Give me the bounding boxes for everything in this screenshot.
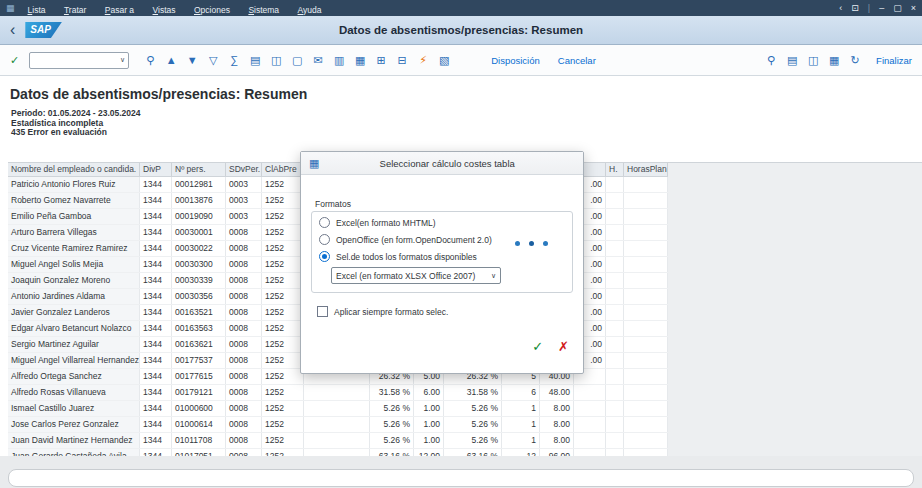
apply-always-checkbox[interactable]: Aplicar siempre formato selec. [317, 306, 448, 317]
search-icon[interactable]: ⚲ [143, 55, 157, 66]
column-header[interactable]: DivP [140, 163, 172, 176]
chart-icon[interactable]: ▥ [332, 55, 346, 66]
sort-ascending-icon[interactable]: ▲ [164, 55, 178, 66]
dialog-cancel-button[interactable]: ✗ [558, 340, 569, 353]
cancelar-button[interactable]: Cancelar [558, 55, 596, 66]
column-header[interactable]: H. [606, 163, 624, 176]
grid-icon[interactable]: ▦ [827, 55, 841, 66]
cell-employee-name: Miguel Angel Villarreal Hernandez [8, 353, 140, 368]
export-icon[interactable]: ◫ [269, 55, 283, 66]
lightning-icon[interactable]: ⚡ [416, 55, 430, 66]
sort-descending-icon[interactable]: ▼ [185, 55, 199, 66]
column-header[interactable]: Nº pers. [172, 163, 226, 176]
menu-item[interactable]: Opciones [187, 5, 237, 15]
enter-button[interactable]: ✓ [10, 54, 19, 67]
cell-horasplan [624, 177, 668, 192]
format-radio-option[interactable]: OpenOffice (en form.OpenDocument 2.0) [319, 231, 492, 248]
tiles-icon[interactable]: ◫ [806, 55, 820, 66]
chevron-down-icon[interactable]: ∨ [120, 56, 125, 64]
format-select[interactable]: Excel (en formato XLSX Office 2007) ∨ [331, 267, 501, 284]
cell-t [304, 449, 370, 456]
sap-logo: SAP [25, 22, 62, 38]
cell-divp: 1344 [140, 289, 172, 304]
cell-employee-name: Javier Gonzalez Landeros [8, 305, 140, 320]
menu-item[interactable]: Pasar a [98, 5, 141, 15]
cell-personnel-number: 00163521 [172, 305, 226, 320]
print-icon[interactable]: ▤ [248, 55, 262, 66]
grid-view-icon[interactable]: ⊞ [374, 55, 388, 66]
menu-item[interactable]: Tratar [57, 5, 93, 15]
cell-h [606, 321, 624, 336]
radio-label: OpenOffice (en form.OpenDocument 2.0) [336, 235, 492, 245]
cell-sdvper: 0008 [226, 385, 262, 400]
back-button[interactable]: ‹ [10, 22, 15, 38]
cell-horasplan [624, 209, 668, 224]
cell-percent-2: 31.58 % [444, 385, 502, 400]
print-preview-icon[interactable]: ▤ [785, 55, 799, 66]
cell-employee-name: Juan Gerardo Castañeda Avila [8, 449, 140, 456]
cell-percent-2: 5.26 % [444, 417, 502, 432]
cell-personnel-number: 00179121 [172, 385, 226, 400]
restore-icon[interactable]: ▢ [893, 4, 902, 13]
disposicion-button[interactable]: Disposición [491, 55, 540, 66]
table-row[interactable]: Alfredo Rosas Villanueva 1344 00179121 0… [8, 385, 668, 401]
mail-icon[interactable]: ✉ [311, 55, 325, 66]
cell-percent-2: 5.26 % [444, 433, 502, 448]
table-row[interactable]: Juan David Martinez Hernandez 1344 01011… [8, 433, 668, 449]
cell-horasplan [624, 273, 668, 288]
chevron-left-icon[interactable]: ‹ [839, 4, 842, 13]
finalizar-button[interactable]: Finalizar [876, 55, 912, 66]
cell-horasplan [624, 225, 668, 240]
search-icon[interactable]: ⚲ [764, 55, 778, 66]
menu-item[interactable]: Lista [21, 5, 53, 15]
cell-employee-name: Cruz Vicente Ramirez Ramirez [8, 241, 140, 256]
cell-clabpre: 1252 [262, 401, 304, 416]
cell-horasplan [624, 449, 668, 456]
cell-horasplan [624, 369, 668, 384]
calendar-icon[interactable]: ▦ [353, 55, 367, 66]
cell-days: 12.00 [414, 449, 444, 456]
cell-h [606, 273, 624, 288]
cell-days: 1.00 [414, 417, 444, 432]
column-header[interactable]: ClAbPre [262, 163, 304, 176]
cell-sdvper: 0003 [226, 193, 262, 208]
cell-clabpre: 1252 [262, 193, 304, 208]
cell-divp: 1344 [140, 401, 172, 416]
cell-percent-1: 63.16 % [370, 449, 414, 456]
table-row[interactable]: Juan Gerardo Castañeda Avila 1344 010170… [8, 449, 668, 456]
history-icon[interactable]: ↻ [848, 55, 862, 66]
filter-icon[interactable]: ▽ [206, 55, 220, 66]
sap-gui-window: ▦ Lista Tratar Pasar a Vistas Opciones S… [0, 0, 922, 488]
column-header[interactable]: Nombre del empleado o candida. [8, 163, 140, 176]
window-controls-divider: | [868, 3, 870, 13]
cell-employee-name: Roberto Gomez Navarrete [8, 193, 140, 208]
format-radio-option[interactable]: Sel.de todos los formatos disponibles [319, 248, 492, 265]
local-file-icon[interactable]: ▢ [290, 55, 304, 66]
close-icon[interactable]: × [911, 4, 916, 13]
gui-options-icon[interactable]: ⊡ [851, 4, 859, 13]
menu-item[interactable]: Vistas [146, 5, 183, 15]
cell-h [606, 289, 624, 304]
cell-clabpre: 1252 [262, 337, 304, 352]
cell-sdvper: 0008 [226, 401, 262, 416]
column-header[interactable]: HorasPlan [624, 163, 668, 176]
cell-h [606, 209, 624, 224]
app-menu-icon[interactable]: ▦ [6, 4, 15, 13]
layout-grid-icon[interactable]: ▧ [437, 55, 451, 66]
cell-hours-tail [574, 417, 606, 432]
command-field[interactable]: ∨ [29, 52, 129, 69]
column-header[interactable]: SDvPer. [226, 163, 262, 176]
format-radio-option[interactable]: Excel(en formato MHTML) [319, 214, 492, 231]
table-row[interactable]: Jose Carlos Perez Gonzalez 1344 01000614… [8, 417, 668, 433]
table-row[interactable]: Ismael Castillo Juarez 1344 01000600 000… [8, 401, 668, 417]
table-icon: ▦ [309, 158, 319, 169]
subtotal-icon[interactable]: ⊟ [395, 55, 409, 66]
window-controls: ‹ ⊡ | – ▢ × [839, 3, 916, 13]
confirm-button[interactable]: ✓ [532, 340, 543, 353]
total-icon[interactable]: ∑ [227, 55, 241, 66]
minimize-icon[interactable]: – [879, 4, 884, 13]
menu-item[interactable]: Ayuda [291, 5, 329, 15]
dialog-footer: ✓ ✗ [532, 340, 569, 353]
menu-item[interactable]: Sistema [241, 5, 286, 15]
cell-h [606, 193, 624, 208]
